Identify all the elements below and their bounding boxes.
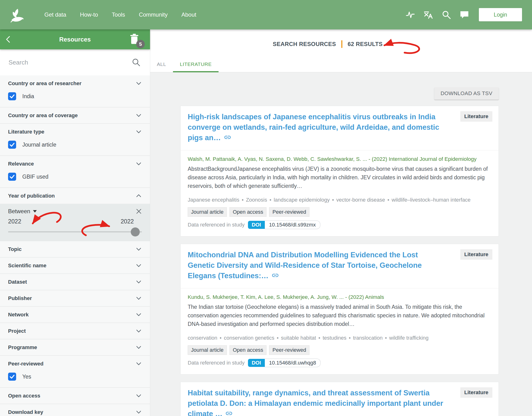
nav-item-community[interactable]: Community bbox=[132, 0, 174, 29]
filters-sidebar: Resources 5 Country or area of researche… bbox=[0, 29, 150, 416]
feedback-chat-icon[interactable] bbox=[457, 7, 472, 22]
bullet-separator: • bbox=[329, 197, 336, 203]
filter-header-dataset[interactable]: Dataset bbox=[0, 274, 150, 290]
slider-track[interactable] bbox=[8, 231, 142, 232]
result-tags: Journal articleOpen accessPeer-reviewed bbox=[188, 345, 491, 355]
filter-header-network[interactable]: Network bbox=[0, 307, 150, 322]
clear-filters-trash-icon[interactable]: 5 bbox=[129, 34, 140, 45]
tab-all[interactable]: ALL bbox=[150, 57, 173, 72]
chevron-down-icon bbox=[135, 312, 142, 318]
filter-section-relevance: RelevanceGBIF used bbox=[0, 156, 150, 188]
filter-header-project[interactable]: Project bbox=[0, 323, 150, 339]
translate-icon[interactable] bbox=[421, 7, 436, 22]
link-icon[interactable] bbox=[225, 410, 233, 416]
tab-literature[interactable]: LITERATURE bbox=[173, 57, 219, 72]
search-input[interactable] bbox=[8, 59, 131, 66]
filter-header-open-access[interactable]: Open access bbox=[0, 388, 150, 404]
results-area: DOWNLOAD AS TSV High-risk landscapes of … bbox=[150, 72, 532, 416]
keyword: conservation genetics bbox=[224, 335, 274, 341]
filter-header-scientific-name[interactable]: Scientific name bbox=[0, 258, 150, 274]
result-title-link[interactable]: High-risk landscapes of Japanese encepha… bbox=[188, 113, 439, 142]
filter-section-literature-type: Literature typeJournal article bbox=[0, 124, 150, 156]
result-card: Mitochondrial DNA and Distribution Model… bbox=[180, 244, 499, 375]
result-card-header: High-risk landscapes of Japanese encepha… bbox=[181, 106, 499, 150]
search-icon[interactable] bbox=[439, 7, 454, 22]
active-filters-badge: 5 bbox=[136, 40, 145, 48]
chevron-down-icon bbox=[135, 246, 142, 252]
year-range-panel: Between 20222022 bbox=[0, 204, 150, 241]
keyword: conservation bbox=[188, 335, 217, 341]
range-operator-dropdown[interactable]: Between bbox=[8, 208, 37, 215]
nav-item-how-to[interactable]: How-to bbox=[73, 0, 105, 29]
link-icon[interactable] bbox=[271, 272, 279, 282]
sidebar-search-icon[interactable] bbox=[131, 57, 142, 68]
result-keywords: Japanese encephalitis•Zoonosis•landscape… bbox=[188, 197, 491, 203]
top-navigation: Get dataHow-toToolsCommunityAbout Login bbox=[0, 0, 532, 29]
filter-label: Download key bbox=[8, 409, 43, 415]
bullet-separator: • bbox=[239, 197, 246, 203]
checkbox-checked[interactable] bbox=[8, 173, 16, 181]
link-icon[interactable] bbox=[224, 133, 231, 144]
result-title-link[interactable]: Habitat suitability, range dynamics, and… bbox=[188, 389, 443, 416]
filter-header-publisher[interactable]: Publisher bbox=[0, 290, 150, 306]
filter-section-country-or-area-of-researcher: Country or area of researcherIndia bbox=[0, 76, 150, 107]
result-doi-row: Data referenced in studyDOI10.15468/dl.s… bbox=[188, 221, 491, 229]
filter-label: Project bbox=[8, 328, 26, 334]
doi-value-link[interactable]: 10.15468/dl.uwhqg8 bbox=[265, 359, 320, 367]
doi-badge[interactable]: DOI bbox=[248, 221, 265, 229]
filter-section-country-or-area-of-coverage: Country or area of coverage bbox=[0, 107, 150, 124]
bullet-separator: • bbox=[385, 197, 392, 203]
filter-section-network: Network bbox=[0, 307, 150, 323]
slider-handle[interactable] bbox=[131, 227, 140, 236]
filter-header-country-or-area-of-coverage[interactable]: Country or area of coverage bbox=[0, 107, 150, 123]
nav-item-get-data[interactable]: Get data bbox=[38, 0, 73, 29]
result-card: High-risk landscapes of Japanese encepha… bbox=[180, 106, 499, 236]
download-tsv-button[interactable]: DOWNLOAD AS TSV bbox=[434, 87, 499, 100]
sidebar-header: Resources 5 bbox=[0, 29, 150, 49]
filter-label: Relevance bbox=[8, 161, 34, 167]
back-chevron-icon[interactable] bbox=[0, 29, 17, 49]
filter-label: Year of publication bbox=[8, 193, 55, 199]
filter-header-download-key[interactable]: Download key bbox=[0, 404, 150, 416]
filter-header-relevance[interactable]: Relevance bbox=[0, 156, 150, 172]
checkbox-checked[interactable] bbox=[8, 141, 16, 149]
nav-menu: Get dataHow-toToolsCommunityAbout bbox=[38, 0, 203, 29]
health-status-icon[interactable] bbox=[403, 7, 418, 22]
checkbox-label: Yes bbox=[22, 374, 31, 380]
filter-section-download-key: Download key bbox=[0, 404, 150, 416]
keyword: vector-borne disease bbox=[336, 197, 385, 203]
keyword: wildlife trafficking bbox=[389, 335, 428, 341]
filter-header-year-of-publication[interactable]: Year of publication bbox=[0, 188, 150, 204]
nav-item-tools[interactable]: Tools bbox=[105, 0, 132, 29]
results-count: 62 RESULTS bbox=[348, 41, 383, 47]
close-icon[interactable] bbox=[136, 208, 142, 214]
login-button[interactable]: Login bbox=[479, 8, 522, 21]
checkbox-checked[interactable] bbox=[8, 373, 16, 381]
year-to-value: 2022 bbox=[121, 218, 134, 225]
gbif-logo[interactable] bbox=[10, 7, 25, 23]
result-abstract: AbstractBackgroundJapanese encephalitis … bbox=[188, 165, 491, 190]
year-slider[interactable] bbox=[8, 227, 142, 237]
tag-journal-article: Journal article bbox=[188, 207, 227, 217]
filter-header-country-or-area-of-researcher[interactable]: Country or area of researcher bbox=[0, 76, 150, 91]
chevron-down-icon bbox=[135, 344, 142, 350]
page-title: SEARCH RESOURCES bbox=[273, 41, 336, 47]
filter-section-programme: Programme bbox=[0, 339, 150, 356]
filter-header-topic[interactable]: Topic bbox=[0, 241, 150, 257]
year-from-value: 2022 bbox=[8, 218, 21, 225]
doi-value-link[interactable]: 10.15468/dl.s99zmx bbox=[265, 221, 320, 229]
doi-badge[interactable]: DOI bbox=[248, 359, 265, 367]
chevron-up-icon bbox=[135, 193, 142, 199]
filter-header-programme[interactable]: Programme bbox=[0, 339, 150, 355]
keyword: Japanese encephalitis bbox=[188, 197, 239, 203]
filter-section-dataset: Dataset bbox=[0, 274, 150, 290]
filter-header-literature-type[interactable]: Literature type bbox=[0, 124, 150, 140]
filter-list: Country or area of researcherIndiaCountr… bbox=[0, 76, 150, 416]
result-title-link[interactable]: Mitochondrial DNA and Distribution Model… bbox=[188, 251, 422, 280]
chevron-down-icon bbox=[135, 279, 142, 285]
nav-item-about[interactable]: About bbox=[174, 0, 203, 29]
checkbox-checked[interactable] bbox=[8, 92, 16, 100]
result-card-body: Kundu, S. Mukherjee, T. Kim, A. Lee, S. … bbox=[181, 288, 499, 374]
filter-header-peer-reviewed[interactable]: Peer-reviewed bbox=[0, 356, 150, 372]
result-authors: Walsh, M. Pattanaik, A. Vyas, N. Saxena,… bbox=[188, 156, 491, 162]
